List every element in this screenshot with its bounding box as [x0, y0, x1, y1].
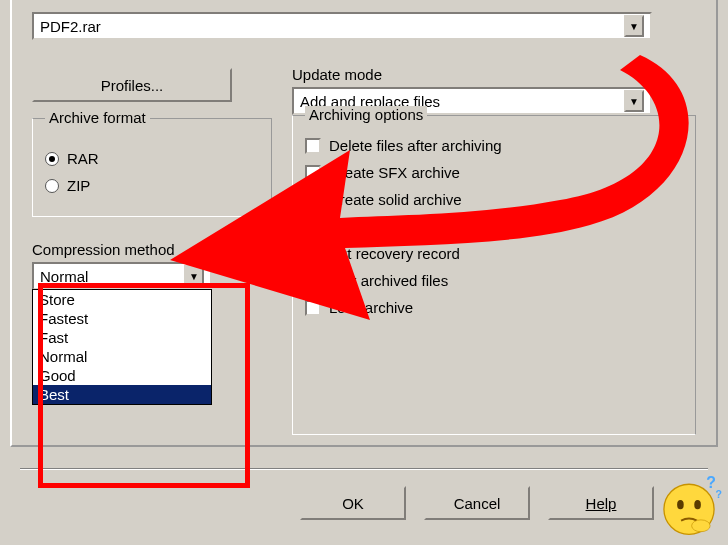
svg-point-3	[692, 520, 710, 532]
check-label: Lock archive	[329, 299, 413, 316]
compression-dropdown-button[interactable]: ▼	[184, 265, 204, 287]
cancel-button[interactable]: Cancel	[424, 486, 530, 520]
check-label: Put recovery record	[329, 245, 460, 262]
archiving-options-legend: Archiving options	[305, 106, 427, 123]
checkbox-icon	[305, 246, 321, 262]
compression-selected: Normal	[40, 268, 88, 285]
check-solid[interactable]: Create solid archive	[305, 191, 683, 208]
check-label: Put authenticity verification	[329, 218, 507, 235]
svg-text:?: ?	[715, 488, 721, 500]
dropdown-item-fastest[interactable]: Fastest	[33, 309, 211, 328]
check-label: Delete files after archiving	[329, 137, 502, 154]
archive-name-input[interactable]: PDF2.rar ▼	[32, 12, 652, 40]
radio-icon	[45, 179, 59, 193]
archive-format-legend: Archive format	[45, 109, 150, 126]
svg-text:?: ?	[706, 474, 716, 491]
radio-zip[interactable]: ZIP	[45, 177, 259, 194]
ok-button[interactable]: OK	[300, 486, 406, 520]
checkbox-icon	[305, 165, 321, 181]
svg-point-2	[694, 500, 701, 509]
dialog-panel: Archive name PDF2.rar ▼ Profiles... Arch…	[10, 0, 718, 447]
compression-method-label: Compression method	[32, 241, 272, 258]
radio-label: ZIP	[67, 177, 90, 194]
thinking-emoji-icon: ? ?	[656, 473, 722, 539]
dropdown-item-good[interactable]: Good	[33, 366, 211, 385]
check-delete-files[interactable]: Delete files after archiving	[305, 137, 683, 154]
radio-icon	[45, 152, 59, 166]
dropdown-item-best[interactable]: Best	[33, 385, 211, 404]
checkbox-icon	[305, 219, 321, 235]
checkbox-icon	[305, 273, 321, 289]
update-mode-dropdown-button[interactable]: ▼	[624, 90, 644, 112]
archiving-options-group: Archiving options Delete files after arc…	[292, 115, 696, 435]
divider	[20, 468, 708, 470]
check-authenticity[interactable]: Put authenticity verification	[305, 218, 683, 235]
compression-method-group: Compression method Normal ▼ Store Fastes…	[32, 241, 272, 405]
dialog-button-bar: OK Cancel Help	[300, 486, 654, 520]
check-label: Create SFX archive	[329, 164, 460, 181]
compression-method-combo[interactable]: Normal ▼	[32, 262, 212, 290]
check-recovery[interactable]: Put recovery record	[305, 245, 683, 262]
checkbox-icon	[305, 138, 321, 154]
dropdown-item-store[interactable]: Store	[33, 290, 211, 309]
compression-dropdown-list: Store Fastest Fast Normal Good Best	[32, 289, 212, 405]
profiles-button[interactable]: Profiles...	[32, 68, 232, 102]
check-label: Create solid archive	[329, 191, 462, 208]
check-sfx[interactable]: Create SFX archive	[305, 164, 683, 181]
archive-name-value: PDF2.rar	[40, 18, 101, 35]
archive-format-group: Archive format RAR ZIP	[32, 118, 272, 217]
archive-name-dropdown-button[interactable]: ▼	[624, 15, 644, 37]
update-mode-label: Update mode	[292, 66, 696, 83]
radio-label: RAR	[67, 150, 99, 167]
dropdown-item-fast[interactable]: Fast	[33, 328, 211, 347]
checkbox-icon	[305, 300, 321, 316]
svg-point-1	[677, 500, 684, 509]
dropdown-item-normal[interactable]: Normal	[33, 347, 211, 366]
check-test[interactable]: Test archived files	[305, 272, 683, 289]
check-label: Test archived files	[329, 272, 448, 289]
check-lock[interactable]: Lock archive	[305, 299, 683, 316]
checkbox-icon	[305, 192, 321, 208]
radio-rar[interactable]: RAR	[45, 150, 259, 167]
help-button[interactable]: Help	[548, 486, 654, 520]
